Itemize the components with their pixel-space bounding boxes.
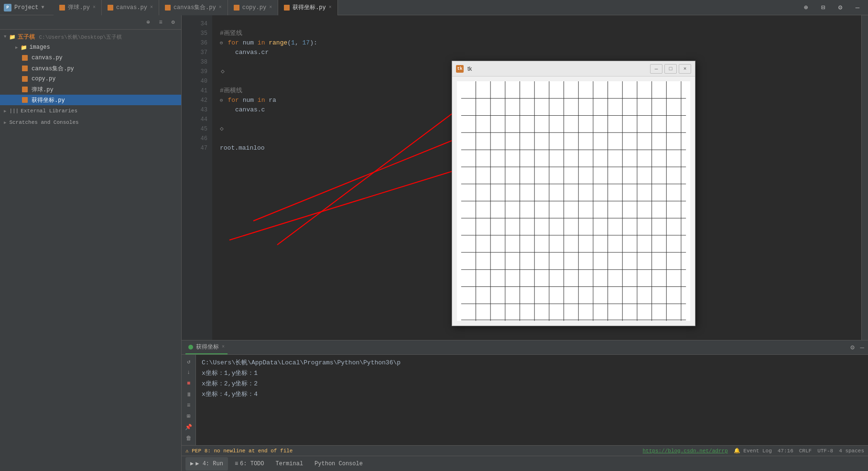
- line-num-38: 38: [188, 57, 212, 67]
- run-content: ↺ ↓ ■ ⏸ ≡ ⊞ 📌 🗑 C:\Users\长帆\AppData\Loca…: [182, 355, 868, 445]
- tree-canvas-set-label: canvas集合.py: [32, 65, 74, 73]
- line-num-47: 47: [188, 143, 212, 153]
- tk-window: tk tk — □ ×: [452, 61, 695, 326]
- tab-icon-coord: [284, 5, 290, 11]
- run-side-buttons: ↺ ↓ ■ ⏸ ≡ ⊞ 📌 🗑: [182, 355, 196, 445]
- tree-canvas[interactable]: canvas.py: [0, 53, 181, 63]
- project-icon: P: [4, 4, 11, 11]
- tree-root-name: 五子棋: [18, 33, 35, 41]
- scroll-down-btn[interactable]: ↓: [184, 368, 194, 378]
- images-folder-icon: 📁: [21, 44, 27, 51]
- add-tab-button[interactable]: ⊕: [799, 1, 813, 14]
- line-num-34: 34: [188, 19, 212, 29]
- line-num-44: 44: [188, 115, 212, 124]
- run-tab-icon: [188, 345, 193, 350]
- tree-coord-label: 获得坐标.py: [32, 96, 65, 104]
- tab-canvas-set[interactable]: canvas集合.py ×: [159, 0, 228, 15]
- status-line-endings: CRLF: [799, 448, 812, 454]
- project-dropdown[interactable]: ▼: [41, 5, 44, 10]
- tab-canvas[interactable]: canvas.py ×: [102, 0, 159, 15]
- copy-file-icon: [22, 76, 28, 82]
- rerun-btn[interactable]: ↺: [184, 357, 194, 367]
- bottom-nav: ▶ ▶ 4: Run ≡ 6: TODO Terminal Python Con…: [182, 456, 868, 471]
- tree-root[interactable]: ▼ 📁 五子棋 C:\Users\长帆\Desktop\五子棋: [0, 32, 181, 42]
- tab-close-coord[interactable]: ×: [329, 5, 332, 10]
- line-num-41: 41: [188, 86, 212, 96]
- line-num-39: 39: [188, 67, 212, 77]
- tab-close-copy[interactable]: ×: [269, 5, 272, 10]
- line-numbers: 34 35 36 37 38 39 40 41 42 43 44 45 46 4…: [188, 15, 212, 340]
- code-line-34: [220, 19, 861, 29]
- format-btn[interactable]: ⊞: [184, 411, 194, 421]
- tab-icon-canvas: [108, 5, 113, 11]
- tab-icon-copy: [234, 5, 239, 11]
- status-warning: ⚠ PEP 8: no newline at end of file: [185, 448, 293, 454]
- tk-win-buttons: — □ ×: [650, 64, 691, 74]
- tk-restore-btn[interactable]: □: [664, 64, 677, 74]
- tab-close-qiu[interactable]: ×: [93, 5, 96, 10]
- tree-canvas-set[interactable]: canvas集合.py: [0, 63, 181, 74]
- scratches-arrow: ▶: [4, 120, 6, 125]
- tree-images[interactable]: ▶ 📁 images: [0, 42, 181, 53]
- tree-copy-label: copy.py: [32, 76, 55, 82]
- step-btn[interactable]: ≡: [184, 401, 194, 411]
- tab-copy[interactable]: copy.py ×: [228, 0, 278, 15]
- status-indent: 4 spaces: [839, 448, 864, 454]
- ext-arrow: ▶: [4, 109, 6, 114]
- section-scratches[interactable]: ▶ Scratches and Consoles: [0, 117, 181, 128]
- tree-qiu[interactable]: 弹球.py: [0, 84, 181, 95]
- canvas-set-file-icon: [22, 66, 28, 71]
- status-left: ⚠ PEP 8: no newline at end of file: [185, 448, 293, 454]
- nav-run-btn[interactable]: ▶ ▶ 4: Run: [185, 457, 228, 471]
- tab-close-canvas[interactable]: ×: [150, 5, 153, 10]
- run-tab-label: 获得坐标: [196, 343, 219, 351]
- canvas-file-icon: [22, 55, 28, 61]
- nav-todo-label: 6: TODO: [240, 460, 264, 467]
- trash-btn[interactable]: 🗑: [184, 433, 194, 443]
- tk-close-btn[interactable]: ×: [679, 64, 691, 74]
- stop-btn[interactable]: ■: [184, 379, 194, 389]
- tree-qiu-label: 弹球.py: [32, 86, 54, 94]
- line-num-45: 45: [188, 124, 212, 134]
- section-ext-libs[interactable]: ▶ ||| External Libraries: [0, 105, 181, 117]
- minimize-button[interactable]: —: [851, 1, 864, 14]
- pause-btn[interactable]: ⏸: [184, 390, 194, 400]
- nav-run-label: ▶ 4: Run: [195, 460, 223, 467]
- tree-copy[interactable]: copy.py: [0, 74, 181, 84]
- status-right: https://blog.csdn.net/adrrp 🔔 Event Log …: [643, 448, 865, 454]
- nav-terminal-btn[interactable]: Terminal: [271, 457, 308, 471]
- tab-qiu[interactable]: 弹球.py ×: [54, 0, 102, 15]
- grid-svg: [457, 81, 690, 321]
- sidebar-btn-3[interactable]: ⚙: [168, 17, 178, 28]
- sidebar-btn-1[interactable]: ⊕: [143, 17, 153, 28]
- project-label[interactable]: Project: [14, 4, 38, 11]
- code-line-37: canvas.cr: [220, 48, 861, 57]
- line-num-43: 43: [188, 105, 212, 115]
- line-num-36: 36: [188, 38, 212, 48]
- tree-coord[interactable]: 获得坐标.py: [0, 95, 181, 105]
- tab-close-canvas-set[interactable]: ×: [219, 5, 222, 10]
- status-link[interactable]: https://blog.csdn.net/adrrp: [643, 448, 728, 454]
- tree-images-label: images: [29, 44, 50, 51]
- expand-arrow-images: ▶: [15, 45, 18, 50]
- tk-minimize-btn[interactable]: —: [650, 64, 662, 74]
- run-tab-close[interactable]: ×: [222, 344, 225, 350]
- line-num-42: 42: [188, 96, 212, 105]
- run-settings-btn[interactable]: ⚙: [850, 343, 854, 351]
- tree-root-path: C:\Users\长帆\Desktop\五子棋: [39, 33, 122, 41]
- editor-scrollbar[interactable]: [861, 15, 868, 340]
- run-tab-coord[interactable]: 获得坐标 ×: [185, 341, 228, 354]
- nav-todo-btn[interactable]: ≡ 6: TODO: [230, 457, 269, 471]
- title-bar: P Project ▼ 弹球.py × canvas.py × canvas集合…: [0, 0, 868, 15]
- sidebar-btn-2[interactable]: ≡: [155, 17, 166, 28]
- ext-libs-icon: |||: [9, 108, 19, 114]
- tk-icon: tk: [456, 65, 464, 73]
- tab-coord[interactable]: 获得坐标.py ×: [278, 0, 338, 15]
- run-minimize-btn[interactable]: —: [860, 344, 864, 351]
- run-output-path: C:\Users\长帆\AppData\Local\Programs\Pytho…: [202, 358, 862, 368]
- run-output-coord3: x坐标：4,y坐标：4: [202, 389, 862, 400]
- settings-button[interactable]: ⚙: [834, 1, 847, 14]
- nav-python-btn[interactable]: Python Console: [310, 457, 368, 471]
- pin-btn[interactable]: 📌: [184, 422, 194, 432]
- split-button[interactable]: ⊟: [816, 1, 830, 14]
